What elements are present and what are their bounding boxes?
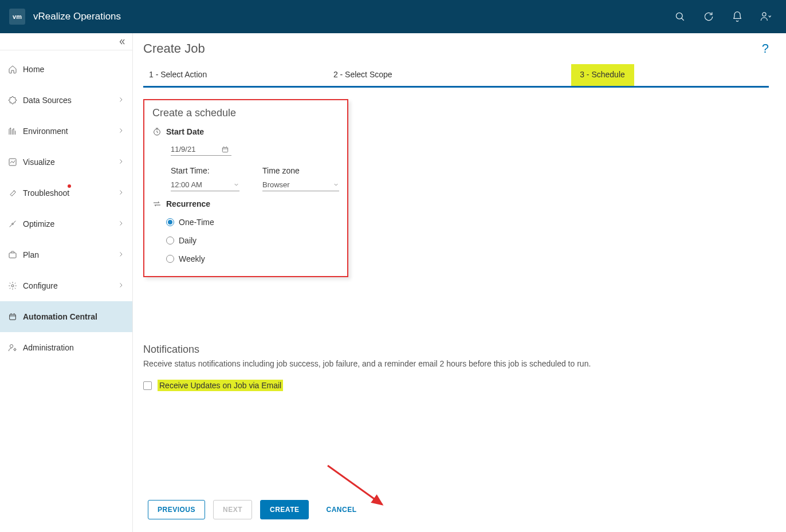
nav-label: Plan: [23, 250, 117, 259]
svg-rect-7: [10, 314, 16, 320]
nav-list: Home Data Sources Environment Visualize …: [0, 50, 132, 363]
next-button: Next: [213, 500, 252, 519]
notifications-section: Notifications Receive status notificatio…: [143, 344, 769, 391]
start-time-value: 12:00 AM: [171, 180, 202, 189]
chevron-right-icon: [117, 157, 124, 167]
optimize-icon: [8, 219, 23, 228]
recurrence-option-weekly[interactable]: Weekly: [166, 254, 339, 263]
visualize-icon: [8, 157, 23, 167]
svg-point-2: [763, 13, 766, 16]
environment-icon: [8, 127, 23, 136]
wizard-footer: Previous Next Create Cancel: [143, 486, 769, 530]
recurrence-label: Recurrence: [166, 199, 210, 208]
chevron-right-icon: [117, 96, 124, 105]
gear-icon: [8, 281, 23, 290]
puzzle-icon: [8, 96, 23, 105]
svg-point-6: [11, 285, 14, 287]
alert-dot-icon: [68, 184, 71, 188]
create-button[interactable]: Create: [260, 500, 309, 519]
recurrence-icon: [152, 199, 166, 208]
radio-label: Weekly: [179, 254, 205, 263]
svg-rect-15: [222, 147, 227, 152]
nav-label: Automation Central: [23, 312, 124, 321]
svg-point-11: [10, 345, 13, 348]
email-updates-label: Receive Updates on Job via Email: [158, 380, 283, 391]
plan-icon: [8, 250, 23, 259]
wizard-step-1[interactable]: 1 - Select Action: [143, 64, 290, 86]
svg-point-0: [676, 13, 682, 19]
chevron-right-icon: [117, 250, 124, 259]
timezone-select[interactable]: Browser: [262, 179, 339, 191]
svg-point-12: [14, 349, 15, 350]
calendar-picker-icon[interactable]: [217, 144, 231, 156]
clock-icon: [152, 127, 166, 136]
radio-icon: [166, 255, 174, 263]
recurrence-options: One-Time Daily Weekly: [166, 218, 339, 263]
nav-item-data-sources[interactable]: Data Sources: [0, 85, 132, 116]
main-content: Create Job ? 1 - Select Action 2 - Selec…: [133, 33, 786, 532]
help-icon[interactable]: ?: [762, 41, 769, 56]
radio-label: One-Time: [179, 218, 214, 227]
page-title: Create Job: [143, 41, 205, 56]
nav-item-troubleshoot[interactable]: Troubleshoot: [0, 178, 132, 208]
search-icon[interactable]: [674, 10, 686, 23]
chevron-right-icon: [117, 127, 124, 136]
svg-line-1: [682, 18, 684, 21]
timezone-label: Time zone: [262, 166, 339, 175]
bell-icon[interactable]: [731, 10, 744, 23]
chevron-right-icon: [117, 188, 124, 198]
refresh-icon[interactable]: [702, 10, 715, 23]
schedule-panel-title: Create a schedule: [152, 107, 339, 119]
notifications-description: Receive status notifications including j…: [143, 359, 769, 368]
nav-label: Data Sources: [23, 96, 117, 105]
email-updates-checkbox[interactable]: [143, 381, 152, 390]
svg-point-4: [12, 223, 14, 225]
cancel-button[interactable]: Cancel: [317, 500, 366, 519]
chevron-right-icon: [117, 219, 124, 228]
start-time-label: Start Time:: [171, 166, 239, 175]
nav-label: Home: [23, 65, 124, 74]
nav-label: Optimize: [23, 219, 117, 228]
nav-label: Troubleshoot: [23, 188, 117, 198]
svg-rect-5: [9, 253, 16, 258]
wizard-step-2[interactable]: 2 - Select Scope: [290, 64, 437, 86]
previous-button[interactable]: Previous: [148, 500, 205, 519]
recurrence-option-daily[interactable]: Daily: [166, 236, 339, 245]
notifications-title: Notifications: [143, 344, 769, 356]
timezone-value: Browser: [262, 180, 290, 189]
nav-item-environment[interactable]: Environment: [0, 116, 132, 147]
nav-item-home[interactable]: Home: [0, 54, 132, 85]
radio-label: Daily: [179, 236, 196, 245]
wrench-icon: [8, 188, 23, 198]
schedule-panel: Create a schedule Start Date Start Time:…: [143, 99, 348, 277]
nav-item-automation-central[interactable]: Automation Central: [0, 301, 132, 332]
top-header: vm vRealize Operations: [0, 0, 786, 33]
nav-label: Configure: [23, 281, 117, 290]
admin-icon: [8, 343, 23, 352]
sidebar-collapse-toggle[interactable]: [0, 33, 132, 50]
product-logo: vm: [9, 9, 25, 25]
nav-label: Visualize: [23, 157, 117, 167]
wizard-steps: 1 - Select Action 2 - Select Scope 3 - S…: [143, 64, 769, 88]
nav-item-optimize[interactable]: Optimize: [0, 208, 132, 239]
radio-icon: [166, 237, 174, 245]
nav-item-administration[interactable]: Administration: [0, 332, 132, 363]
chevron-right-icon: [117, 281, 124, 290]
nav-item-plan[interactable]: Plan: [0, 239, 132, 270]
sidebar: Home Data Sources Environment Visualize …: [0, 33, 133, 532]
recurrence-option-one-time[interactable]: One-Time: [166, 218, 339, 227]
wizard-step-3[interactable]: 3 - Schedule: [571, 64, 634, 86]
nav-label: Environment: [23, 127, 117, 136]
start-time-select[interactable]: 12:00 AM: [171, 179, 239, 191]
header-actions: [674, 10, 777, 23]
nav-label: Administration: [23, 343, 124, 352]
radio-icon: [166, 218, 174, 226]
nav-item-visualize[interactable]: Visualize: [0, 147, 132, 178]
start-date-label: Start Date: [166, 127, 204, 136]
home-icon: [8, 65, 23, 74]
product-name: vRealize Operations: [33, 11, 121, 22]
automation-icon: [8, 312, 23, 321]
nav-item-configure[interactable]: Configure: [0, 270, 132, 301]
user-menu-icon[interactable]: [760, 10, 772, 23]
start-date-input[interactable]: [171, 143, 217, 156]
